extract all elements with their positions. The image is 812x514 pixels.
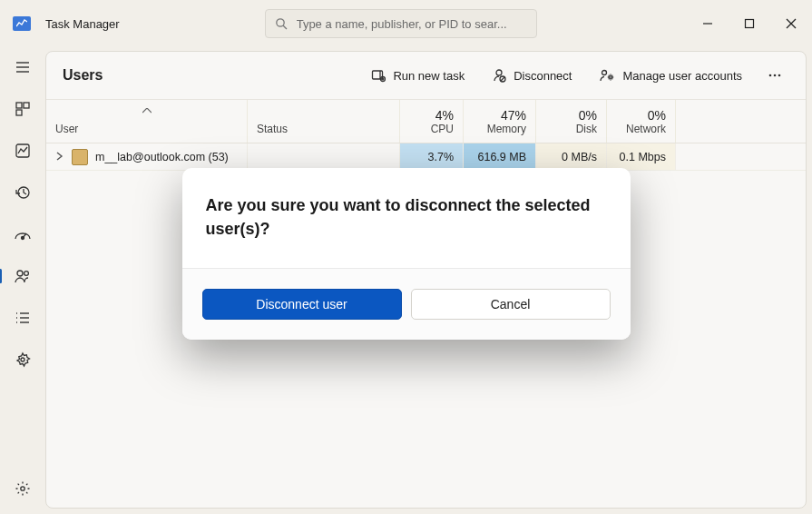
run-new-task-label: Run new task bbox=[393, 69, 465, 83]
svg-point-17 bbox=[24, 272, 29, 276]
svg-point-37 bbox=[774, 74, 777, 77]
svg-point-16 bbox=[17, 271, 23, 276]
run-new-task-button[interactable]: Run new task bbox=[362, 63, 474, 88]
app-title: Task Manager bbox=[45, 17, 120, 31]
row-cpu: 3.7% bbox=[400, 143, 464, 170]
cpu-label: CPU bbox=[409, 123, 454, 135]
table-row[interactable]: m__lab@outlook.com (53) 3.7% 616.9 MB 0 … bbox=[46, 143, 806, 171]
svg-point-38 bbox=[778, 74, 781, 77]
disconnect-user-button[interactable]: Disconnect user bbox=[202, 289, 402, 320]
performance-icon[interactable] bbox=[12, 140, 34, 162]
page-header: Users Run new task Disconnect Manage use… bbox=[46, 52, 806, 100]
more-button[interactable] bbox=[760, 63, 789, 88]
column-status-label: Status bbox=[257, 123, 390, 135]
sidebar bbox=[0, 47, 45, 514]
sort-indicator-icon bbox=[142, 104, 152, 116]
disk-percent: 0% bbox=[545, 108, 597, 123]
page-title: Users bbox=[63, 67, 103, 84]
disconnect-icon bbox=[492, 68, 506, 83]
more-icon bbox=[768, 68, 782, 83]
svg-point-31 bbox=[496, 70, 502, 75]
row-user-name: m__lab@outlook.com (53) bbox=[95, 151, 229, 163]
column-user[interactable]: User bbox=[46, 100, 248, 143]
users-icon[interactable] bbox=[12, 265, 34, 287]
svg-point-34 bbox=[602, 71, 607, 75]
svg-line-1 bbox=[283, 25, 287, 29]
network-label: Network bbox=[616, 123, 666, 135]
settings-icon[interactable] bbox=[12, 478, 34, 499]
memory-label: Memory bbox=[473, 123, 526, 135]
svg-rect-9 bbox=[16, 103, 22, 108]
search-input[interactable]: Type a name, publisher, or PID to sear..… bbox=[265, 9, 537, 38]
manage-accounts-icon bbox=[599, 68, 615, 83]
dialog-message: Are you sure you want to disconnect the … bbox=[182, 168, 631, 269]
manage-accounts-label: Manage user accounts bbox=[622, 69, 742, 83]
close-button[interactable] bbox=[770, 1, 812, 46]
cancel-button[interactable]: Cancel bbox=[411, 289, 611, 320]
table-header: User Status 4% CPU 47% Memory 0% Disk 0%… bbox=[46, 100, 806, 143]
svg-line-33 bbox=[501, 77, 504, 81]
disconnect-button[interactable]: Disconnect bbox=[483, 63, 581, 88]
row-status bbox=[248, 143, 400, 170]
network-percent: 0% bbox=[616, 108, 666, 123]
svg-point-25 bbox=[21, 487, 24, 490]
history-icon[interactable] bbox=[12, 182, 34, 203]
processes-icon[interactable] bbox=[12, 98, 34, 120]
column-cpu[interactable]: 4% CPU bbox=[400, 100, 464, 143]
svg-rect-11 bbox=[16, 110, 22, 115]
search-icon bbox=[275, 17, 288, 30]
avatar bbox=[72, 149, 88, 165]
minimize-button[interactable] bbox=[687, 1, 729, 46]
window-controls bbox=[687, 1, 812, 46]
svg-point-24 bbox=[21, 358, 24, 361]
title-bar: Task Manager Type a name, publisher, or … bbox=[0, 0, 812, 47]
menu-icon[interactable] bbox=[12, 56, 34, 78]
app-icon bbox=[13, 16, 31, 31]
details-icon[interactable] bbox=[12, 307, 34, 329]
memory-percent: 47% bbox=[473, 108, 526, 123]
svg-point-35 bbox=[610, 76, 612, 79]
svg-rect-3 bbox=[746, 20, 754, 28]
svg-rect-10 bbox=[24, 103, 29, 108]
search-placeholder: Type a name, publisher, or PID to sear..… bbox=[297, 17, 507, 31]
run-task-icon bbox=[371, 68, 386, 83]
row-memory: 616.9 MB bbox=[464, 143, 536, 170]
chevron-right-icon[interactable] bbox=[55, 152, 64, 163]
confirm-dialog: Are you sure you want to disconnect the … bbox=[182, 168, 631, 340]
startup-icon[interactable] bbox=[12, 223, 34, 245]
column-disk[interactable]: 0% Disk bbox=[536, 100, 607, 143]
disconnect-label: Disconnect bbox=[514, 69, 572, 83]
column-memory[interactable]: 47% Memory bbox=[464, 100, 536, 143]
cpu-percent: 4% bbox=[409, 108, 454, 123]
manage-accounts-button[interactable]: Manage user accounts bbox=[590, 63, 751, 88]
column-user-label: User bbox=[55, 123, 238, 135]
svg-point-36 bbox=[769, 74, 772, 77]
svg-point-0 bbox=[276, 19, 283, 26]
row-disk: 0 MB/s bbox=[536, 143, 607, 170]
column-status[interactable]: Status bbox=[248, 100, 400, 143]
column-network[interactable]: 0% Network bbox=[607, 100, 676, 143]
services-icon[interactable] bbox=[12, 349, 34, 371]
maximize-button[interactable] bbox=[729, 1, 770, 46]
disk-label: Disk bbox=[545, 123, 597, 135]
row-network: 0.1 Mbps bbox=[607, 143, 676, 170]
